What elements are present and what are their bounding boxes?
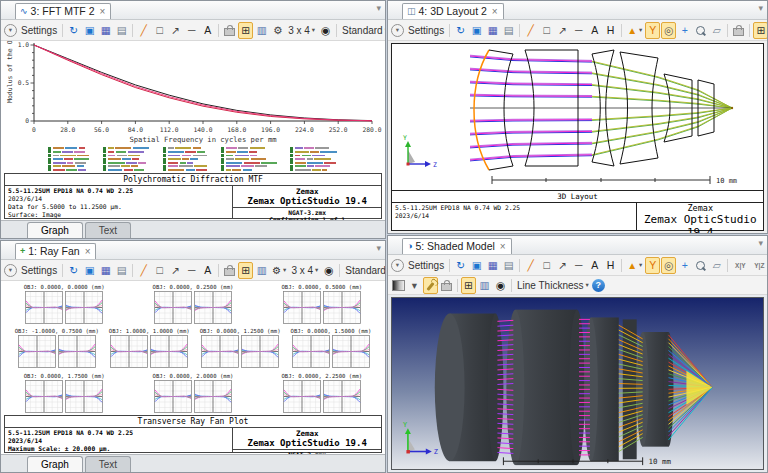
refresh-icon[interactable]: ↻ [66,262,81,279]
close-icon[interactable]: × [100,6,106,17]
flip-horizontal-icon[interactable]: H [603,22,618,39]
draw-arrow-icon[interactable]: ↗ [168,262,183,279]
settings-caret-icon[interactable]: ▾ [391,24,404,37]
viewpoint-dropdown[interactable]: ▲▾ [625,260,644,271]
draw-line-icon[interactable]: ╱ [523,22,538,39]
copy-icon[interactable]: ▣ [82,262,97,279]
grid-layout-dropdown[interactable]: 3 x 4▾ [289,265,320,276]
pan-icon[interactable]: + [677,22,692,39]
plane-xy-button[interactable]: X|Y [731,257,749,274]
draw-arrow-icon[interactable]: ↗ [555,22,570,39]
tab-ray-fan[interactable]: + 1: Ray Fan × [15,243,96,259]
draw-rectangle-icon[interactable]: □ [539,22,554,39]
axes-3d-icon[interactable]: Y [645,22,660,39]
orbit-icon[interactable]: ◎ [661,257,676,274]
pin-icon[interactable]: ▾ [758,3,763,13]
draw-text-icon[interactable]: A [587,257,602,274]
draw-dash-icon[interactable]: ─ [571,22,586,39]
settings-caret-icon[interactable]: ▾ [4,264,17,277]
settings-button[interactable]: Settings [406,25,446,36]
plane-yz-button[interactable]: Y|Z [750,257,767,274]
update-all-icon[interactable]: ◉ [318,22,333,39]
split-window-icon[interactable]: ⊞ [238,22,253,39]
split-window-icon[interactable]: ⊞ [461,277,476,294]
close-icon[interactable]: × [492,6,498,17]
draw-dash-icon[interactable]: ─ [184,22,199,39]
draw-text-icon[interactable]: A [200,262,215,279]
settings-button[interactable]: Settings [19,25,59,36]
pin-icon[interactable]: ▾ [376,243,381,253]
viewpoint-dropdown[interactable]: ▲▾ [625,25,644,36]
flip-horizontal-icon[interactable]: H [603,257,618,274]
save-icon[interactable]: ▦ [98,22,113,39]
draw-text-icon[interactable]: A [200,22,215,39]
draw-line-icon[interactable]: ╱ [136,22,151,39]
close-icon[interactable]: × [85,246,91,257]
standard-dropdown[interactable]: Standard▾ [340,25,385,36]
text-tab[interactable]: Text [85,222,131,238]
help-icon[interactable]: ? [592,279,605,292]
draw-dash-icon[interactable]: ─ [571,257,586,274]
draw-rectangle-icon[interactable]: □ [152,262,167,279]
gradient-icon[interactable] [391,277,406,294]
save-icon[interactable]: ▦ [98,262,113,279]
line-thickness-dropdown[interactable]: Line Thickness▾ [515,280,591,291]
graph-tab[interactable]: Graph [27,456,83,472]
draw-dash-icon[interactable]: ─ [184,262,199,279]
gear-dropdown[interactable]: ⚙▾ [270,265,288,276]
pin-icon[interactable]: ▾ [758,238,763,248]
copy-icon[interactable]: ▣ [469,22,484,39]
copy-icon[interactable]: ▣ [82,22,97,39]
zoom-icon[interactable] [693,257,708,274]
settings-button[interactable]: Settings [406,260,446,271]
lock-icon[interactable] [222,262,237,279]
save-icon[interactable]: ▦ [485,257,500,274]
gradient-caret-icon[interactable]: ▾ [407,277,422,294]
pan-icon[interactable]: + [677,257,692,274]
lock-icon[interactable] [222,22,237,39]
draw-arrow-icon[interactable]: ↗ [555,257,570,274]
lock-icon[interactable] [731,22,746,39]
settings-caret-icon[interactable]: ▾ [4,24,17,37]
settings-button[interactable]: Settings [19,265,59,276]
axes-3d-icon[interactable]: Y [645,257,660,274]
draw-rectangle-icon[interactable]: □ [539,257,554,274]
split-window-icon[interactable]: ⊞ [753,22,767,39]
snapshot-icon[interactable]: ▱ [709,22,724,39]
update-all-icon[interactable]: ◉ [321,262,336,279]
pin-icon[interactable]: ▾ [376,3,381,13]
save-icon[interactable]: ▦ [485,22,500,39]
standard-dropdown[interactable]: Standard▾ [343,265,385,276]
print-icon[interactable]: ▤ [501,257,516,274]
draw-line-icon[interactable]: ╱ [523,257,538,274]
print-icon[interactable]: ▤ [501,22,516,39]
print-icon[interactable]: ▤ [114,22,129,39]
split-window-icon[interactable]: ⊞ [238,262,253,279]
windows-icon[interactable]: ▥ [254,22,269,39]
windows-icon[interactable]: ▥ [477,277,492,294]
graph-tab[interactable]: Graph [27,222,83,238]
settings-caret-icon[interactable]: ▾ [391,259,404,272]
tab-shaded-model[interactable]: ◑ 5: Shaded Model × [402,238,512,254]
orbit-icon[interactable]: ◎ [661,22,676,39]
gear-icon[interactable]: ⚙ [270,22,285,39]
tab-fft-mtf[interactable]: ∿ 3: FFT MTF 2 × [15,3,111,19]
refresh-icon[interactable]: ↻ [453,257,468,274]
lock-icon[interactable] [439,277,454,294]
draw-line-icon[interactable]: ╱ [136,262,151,279]
draw-arrow-icon[interactable]: ↗ [168,22,183,39]
windows-icon[interactable]: ▥ [254,262,269,279]
text-tab[interactable]: Text [85,456,131,472]
zoom-icon[interactable] [693,22,708,39]
close-icon[interactable]: × [500,241,506,252]
copy-icon[interactable]: ▣ [469,257,484,274]
refresh-icon[interactable]: ↻ [453,22,468,39]
update-all-icon[interactable]: ◉ [493,277,508,294]
print-icon[interactable]: ▤ [114,262,129,279]
grid-layout-dropdown[interactable]: 3 x 4▾ [286,25,317,36]
wrench-icon[interactable] [423,277,438,294]
draw-rectangle-icon[interactable]: □ [152,22,167,39]
snapshot-icon[interactable]: ▱ [709,257,724,274]
draw-text-icon[interactable]: A [587,22,602,39]
tab-3d-layout[interactable]: ◫ 4: 3D Layout 2 × [402,3,504,19]
